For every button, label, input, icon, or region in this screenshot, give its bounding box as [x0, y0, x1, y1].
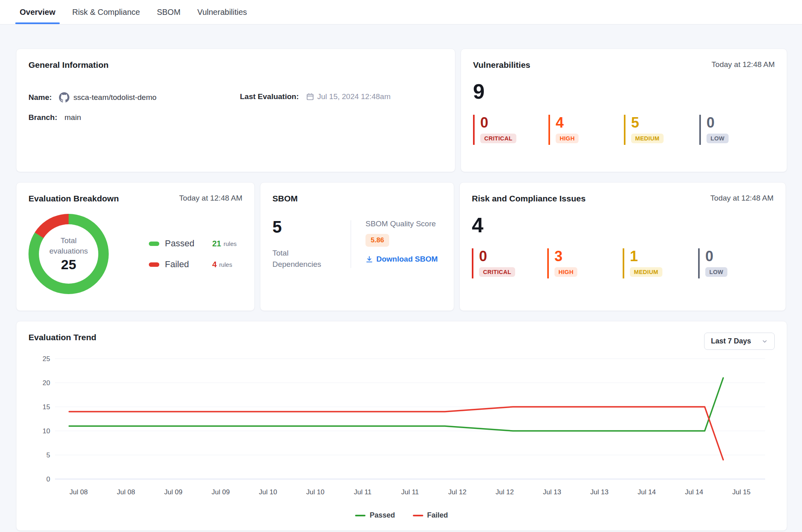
- vulnerabilities-title: Vulnerabilities: [473, 60, 530, 70]
- sbom-card: SBOM 5 Total Dependencies SBOM Quality S…: [260, 182, 454, 311]
- total-dependencies-block: 5 Total Dependencies: [272, 219, 351, 270]
- branch-label: Branch:: [28, 113, 57, 122]
- vulnerabilities-total: 9: [473, 81, 775, 102]
- critical-badge: CRITICAL: [480, 134, 516, 143]
- svg-text:Jul 13: Jul 13: [590, 488, 608, 496]
- risk-severity-low: 0 LOW: [698, 248, 774, 278]
- svg-text:Jul 08: Jul 08: [117, 488, 135, 496]
- failed-unit: rules: [219, 261, 232, 268]
- risk-critical-count: 0: [479, 249, 547, 264]
- risk-medium-count: 1: [630, 249, 698, 264]
- tab-sbom[interactable]: SBOM: [148, 0, 189, 24]
- svg-text:Jul 08: Jul 08: [69, 488, 87, 496]
- evaluation-breakdown-timestamp: Today at 12:48 AM: [179, 194, 242, 203]
- passed-pill-icon: [149, 242, 159, 246]
- repo-name-value: ssca-team/todolist-demo: [73, 93, 156, 102]
- evaluation-trend-title: Evaluation Trend: [28, 333, 96, 342]
- vuln-high-count: 4: [556, 116, 624, 130]
- risk-compliance-total: 4: [472, 215, 774, 236]
- svg-text:Jul 14: Jul 14: [685, 488, 703, 496]
- legend-passed-label: Passed: [165, 238, 212, 249]
- passed-line-icon: [355, 515, 365, 516]
- donut-total-value: 25: [61, 257, 76, 272]
- failed-count: 4: [212, 260, 217, 269]
- svg-text:Jul 15: Jul 15: [732, 488, 750, 496]
- branch-row: Branch: main: [28, 113, 443, 122]
- sbom-quality-score-badge: 5.86: [365, 234, 389, 247]
- legend-failed-row: Failed 4 rules: [149, 259, 237, 270]
- total-dependencies-value: 5: [272, 219, 351, 236]
- name-label: Name:: [28, 93, 52, 102]
- vuln-severity-high: 4 HIGH: [548, 115, 624, 145]
- svg-text:Jul 11: Jul 11: [401, 488, 419, 496]
- risk-compliance-title: Risk and Compliance Issues: [472, 194, 586, 203]
- last-evaluation-value: Jul 15, 2024 12:48am: [317, 92, 391, 101]
- sbom-title: SBOM: [272, 194, 298, 203]
- svg-text:Jul 12: Jul 12: [448, 488, 466, 496]
- donut-center: Total evaluations 25: [39, 224, 98, 284]
- trend-legend-failed-label: Failed: [427, 511, 448, 520]
- dashboard-content: General Information Name: ssca-team/todo…: [0, 24, 802, 531]
- trend-legend-passed-label: Passed: [370, 511, 395, 520]
- evaluations-donut-chart: Total evaluations 25: [28, 214, 109, 294]
- svg-text:Jul 13: Jul 13: [543, 488, 561, 496]
- passed-unit: rules: [223, 240, 237, 247]
- failed-line-icon: [413, 515, 423, 516]
- tab-overview-label: Overview: [20, 8, 55, 17]
- medium-badge: MEDIUM: [630, 267, 662, 277]
- tab-sbom-label: SBOM: [157, 8, 181, 17]
- evaluation-breakdown-title: Evaluation Breakdown: [28, 194, 119, 203]
- download-icon: [365, 256, 373, 263]
- risk-severity-row: 0 CRITICAL 3 HIGH 1 MEDIUM 0 LOW: [472, 248, 774, 278]
- evaluation-trend-line-chart: 0510152025Jul 08Jul 08Jul 09Jul 09Jul 10…: [28, 352, 776, 506]
- passed-count: 21: [212, 239, 221, 248]
- risk-compliance-timestamp: Today at 12:48 AM: [711, 194, 774, 203]
- svg-text:Jul 12: Jul 12: [495, 488, 514, 496]
- tab-risk-compliance[interactable]: Risk & Compliance: [64, 0, 148, 24]
- svg-text:25: 25: [43, 355, 50, 363]
- download-sbom-link[interactable]: Download SBOM: [365, 255, 438, 264]
- risk-compliance-card: Risk and Compliance Issues Today at 12:4…: [459, 182, 786, 311]
- donut-center-label-2: evaluations: [49, 246, 88, 256]
- failed-pill-icon: [149, 262, 159, 267]
- high-badge: HIGH: [556, 134, 579, 143]
- vuln-severity-critical: 0 CRITICAL: [473, 115, 548, 145]
- evaluation-breakdown-card: Evaluation Breakdown Today at 12:48 AM T…: [16, 182, 255, 311]
- medium-badge: MEDIUM: [631, 134, 664, 143]
- vulnerabilities-card: Vulnerabilities Today at 12:48 AM 9 0 CR…: [461, 49, 787, 172]
- legend-failed-label: Failed: [165, 259, 212, 270]
- risk-severity-critical: 0 CRITICAL: [472, 248, 547, 278]
- last-evaluation-row: Last Evaluation: Jul 15, 2024 12:48am: [240, 92, 391, 101]
- svg-text:5: 5: [47, 451, 50, 459]
- general-information-card: General Information Name: ssca-team/todo…: [16, 49, 455, 172]
- svg-text:10: 10: [43, 427, 50, 435]
- svg-text:Jul 11: Jul 11: [354, 488, 372, 496]
- chevron-down-icon: [761, 338, 768, 345]
- vuln-low-count: 0: [707, 116, 775, 130]
- svg-text:0: 0: [47, 475, 50, 483]
- risk-high-count: 3: [554, 249, 623, 264]
- total-dependencies-label-2: Dependencies: [272, 259, 351, 270]
- vuln-severity-low: 0 LOW: [699, 115, 775, 145]
- critical-badge: CRITICAL: [479, 267, 515, 277]
- vulnerabilities-severity-row: 0 CRITICAL 4 HIGH 5 MEDIUM 0 LOW: [473, 115, 775, 145]
- vulnerabilities-timestamp: Today at 12:48 AM: [712, 60, 775, 69]
- date-range-dropdown[interactable]: Last 7 Days: [704, 333, 775, 350]
- branch-value: main: [65, 113, 81, 122]
- tab-risk-compliance-label: Risk & Compliance: [72, 8, 140, 17]
- trend-legend-failed: Failed: [413, 511, 448, 520]
- svg-text:20: 20: [43, 379, 50, 387]
- calendar-icon: [306, 93, 314, 101]
- tab-vulnerabilities-label: Vulnerabilities: [197, 8, 247, 17]
- tab-overview[interactable]: Overview: [11, 0, 64, 24]
- svg-text:Jul 10: Jul 10: [259, 488, 277, 496]
- svg-text:Jul 09: Jul 09: [164, 488, 182, 496]
- top-tab-bar: Overview Risk & Compliance SBOM Vulnerab…: [0, 0, 802, 24]
- legend-passed-row: Passed 21 rules: [149, 238, 237, 249]
- evaluation-trend-card: Evaluation Trend Last 7 Days 0510152025J…: [16, 321, 787, 531]
- tab-vulnerabilities[interactable]: Vulnerabilities: [189, 0, 256, 24]
- svg-text:15: 15: [43, 403, 50, 411]
- trend-chart-area: 0510152025Jul 08Jul 08Jul 09Jul 09Jul 10…: [28, 352, 775, 507]
- high-badge: HIGH: [554, 267, 577, 277]
- risk-low-count: 0: [705, 249, 774, 264]
